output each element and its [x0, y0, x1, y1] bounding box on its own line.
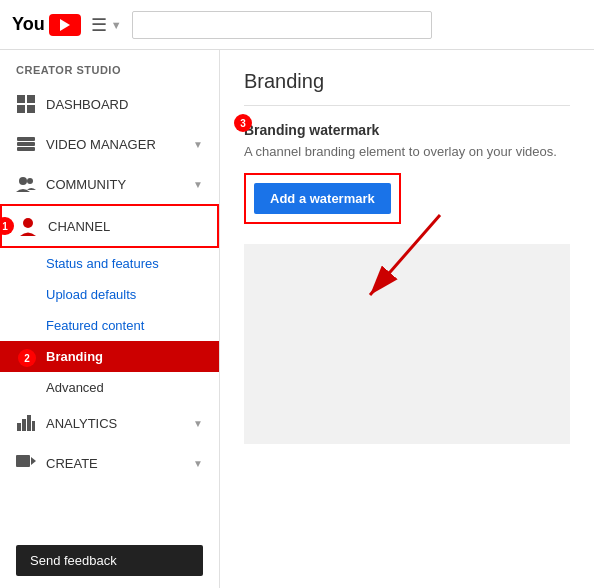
sidebar-item-label: CREATE: [46, 456, 98, 471]
chevron-down-icon: ▼: [193, 458, 203, 469]
sidebar-item-channel[interactable]: 1 CHANNEL: [0, 204, 219, 248]
sidebar-item-analytics[interactable]: ANALYTICS ▼: [0, 403, 219, 443]
svg-rect-6: [17, 147, 35, 151]
svg-rect-13: [32, 421, 35, 431]
section-description: A channel branding element to overlay on…: [244, 144, 557, 159]
watermark-box: Add a watermark: [244, 173, 401, 224]
chevron-down-icon: ▼: [193, 139, 203, 150]
sidebar-item-video-manager[interactable]: VIDEO MANAGER ▼: [0, 124, 219, 164]
svg-rect-4: [17, 137, 35, 141]
yt-you-text: You: [12, 14, 45, 35]
svg-rect-2: [17, 105, 25, 113]
page-title: Branding: [244, 70, 570, 106]
add-watermark-button[interactable]: Add a watermark: [254, 183, 391, 214]
sidebar-item-label: CHANNEL: [48, 219, 110, 234]
content-grey-area: [244, 244, 570, 444]
send-feedback-button[interactable]: Send feedback: [16, 545, 203, 576]
create-icon: [16, 453, 36, 473]
section-title: Branding watermark: [244, 122, 557, 138]
sidebar-subitem-branding[interactable]: 2 Branding: [0, 341, 219, 372]
svg-rect-12: [27, 415, 31, 431]
hamburger-menu[interactable]: ☰ ▼: [91, 14, 122, 36]
branding-badge: 2: [18, 349, 36, 367]
main-layout: CREATOR STUDIO DASHBOARD VIDEO MANAGER: [0, 50, 594, 588]
youtube-logo[interactable]: You: [12, 14, 81, 36]
sidebar-subitem-status[interactable]: Status and features: [0, 248, 219, 279]
svg-point-7: [19, 177, 27, 185]
header: You ☰ ▼: [0, 0, 594, 50]
svg-marker-15: [31, 457, 36, 465]
svg-rect-3: [27, 105, 35, 113]
dashboard-icon: [16, 94, 36, 114]
sidebar-subitem-upload[interactable]: Upload defaults: [0, 279, 219, 310]
svg-rect-14: [16, 455, 30, 467]
branding-section: 3 Branding watermark A channel branding …: [244, 122, 557, 234]
community-icon: [16, 174, 36, 194]
yt-tube-icon: [49, 14, 81, 36]
sidebar-item-create[interactable]: CREATE ▼: [0, 443, 219, 483]
sidebar-item-label: VIDEO MANAGER: [46, 137, 156, 152]
sidebar-subitem-advanced[interactable]: Advanced: [0, 372, 219, 403]
svg-rect-10: [17, 423, 21, 431]
svg-rect-11: [22, 419, 26, 431]
search-input[interactable]: [132, 11, 432, 39]
svg-rect-5: [17, 142, 35, 146]
channel-icon: [18, 216, 38, 236]
sidebar-item-dashboard[interactable]: DASHBOARD: [0, 84, 219, 124]
analytics-icon: [16, 413, 36, 433]
video-manager-icon: [16, 134, 36, 154]
sidebar-subitem-featured[interactable]: Featured content: [0, 310, 219, 341]
sidebar-item-community[interactable]: COMMUNITY ▼: [0, 164, 219, 204]
svg-rect-0: [17, 95, 25, 103]
svg-rect-1: [27, 95, 35, 103]
content-area: Branding 3 Branding watermark A channel …: [220, 50, 594, 588]
channel-badge: 1: [0, 217, 14, 235]
sidebar-item-label: COMMUNITY: [46, 177, 126, 192]
chevron-down-icon: ▼: [193, 179, 203, 190]
sidebar-title: CREATOR STUDIO: [0, 50, 219, 84]
svg-point-9: [23, 218, 33, 228]
sidebar: CREATOR STUDIO DASHBOARD VIDEO MANAGER: [0, 50, 220, 588]
chevron-down-icon: ▼: [193, 418, 203, 429]
sidebar-bottom: Send feedback: [0, 533, 219, 588]
svg-point-8: [27, 178, 33, 184]
sidebar-item-label: DASHBOARD: [46, 97, 128, 112]
channel-subitems: Status and features Upload defaults Feat…: [0, 248, 219, 403]
section-badge: 3: [234, 114, 252, 132]
sidebar-item-label: ANALYTICS: [46, 416, 117, 431]
